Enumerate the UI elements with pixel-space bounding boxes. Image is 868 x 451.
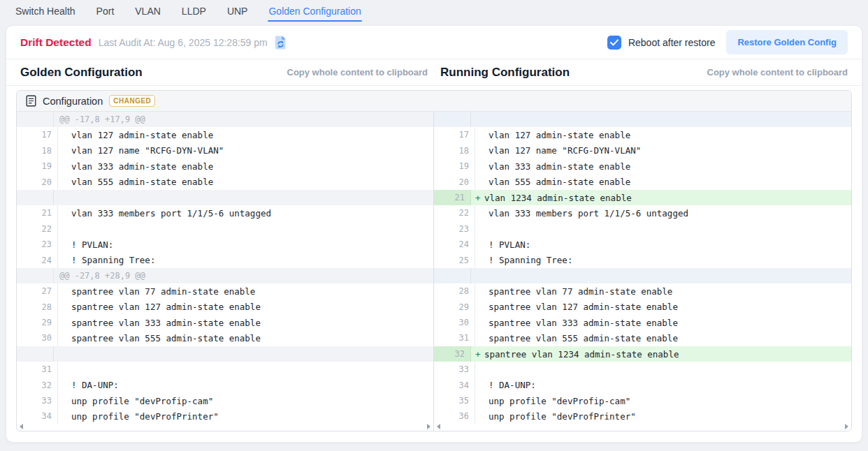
diff-row-hunk: @@ -27,8 +28,9 @@ <box>17 268 433 283</box>
code-line <box>471 112 851 127</box>
tab-port[interactable]: Port <box>96 4 115 24</box>
line-number: 32 <box>21 378 58 393</box>
diff-row-code: 35unp profile "devProfip-cam" <box>434 393 851 408</box>
code-line: ! Spanning Tree: <box>58 255 433 265</box>
code-line: +vlan 1234 admin-state enable <box>471 190 851 205</box>
running-column-header: Running Configuration Copy whole content… <box>440 66 848 80</box>
code-line: vlan 127 name "RCFG-DYN-VLAN" <box>58 145 433 156</box>
code-text: vlan 555 admin-state enable <box>71 177 213 187</box>
line-number <box>17 268 54 283</box>
diff-left-pane[interactable]: @@ -17,8 +17,9 @@17vlan 127 admin-state … <box>17 112 434 431</box>
code-line <box>54 346 433 362</box>
tab-vlan[interactable]: VLAN <box>134 4 161 24</box>
code-line: vlan 333 members port 1/1/5-6 untagged <box>475 208 851 219</box>
hunk-header-text: @@ -27,8 +28,9 @@ <box>54 268 433 283</box>
drift-status: Drift Detected <box>20 36 92 49</box>
diff-row-code: 24! PVLAN: <box>434 237 851 252</box>
diff-row-placeholder <box>434 112 851 127</box>
tab-lldp[interactable]: LLDP <box>181 4 207 24</box>
code-line: vlan 555 admin-state enable <box>475 177 851 187</box>
diff-row-code: 19vlan 333 admin-state enable <box>434 158 851 174</box>
code-text: ! Spanning Tree: <box>71 255 155 265</box>
diff-row-code: 17vlan 127 admin-state enable <box>17 127 433 142</box>
code-line: spantree vlan 555 admin-state enable <box>58 333 433 343</box>
code-text: unp profile "devProfip-cam" <box>489 396 630 406</box>
code-line: ! DA-UNP: <box>58 380 433 390</box>
diff-row-code: 29spantree vlan 127 admin-state enable <box>434 300 851 315</box>
diff-row-code: 22 <box>17 221 433 237</box>
diff-prefix: + <box>475 193 484 203</box>
line-number: 22 <box>21 221 58 237</box>
configuration-panel-title: Configuration <box>43 96 103 107</box>
diff-row-code: 18vlan 127 name "RCFG-DYN-VLAN" <box>17 143 433 158</box>
line-number: 29 <box>21 315 58 330</box>
scroll-left-arrow[interactable] <box>20 424 23 429</box>
reboot-after-restore-checkbox[interactable] <box>607 36 621 50</box>
line-number <box>434 112 471 127</box>
code-text: spantree vlan 555 admin-state enable <box>489 333 678 343</box>
code-text: vlan 333 admin-state enable <box>489 161 630 172</box>
code-line: vlan 127 name "RCFG-DYN-VLAN" <box>475 145 851 156</box>
tab-unp[interactable]: UNP <box>226 4 249 24</box>
code-text: vlan 333 admin-state enable <box>71 161 213 172</box>
copy-running-content-link[interactable]: Copy whole content to clipboard <box>707 67 848 77</box>
line-number: 23 <box>438 221 475 237</box>
code-line <box>471 268 851 283</box>
line-number <box>17 190 54 205</box>
hunk-header-text: @@ -17,8 +17,9 @@ <box>54 112 433 127</box>
code-text: spantree vlan 127 admin-state enable <box>489 302 678 312</box>
line-number: 27 <box>21 283 58 299</box>
diff-row-code: 25! Spanning Tree: <box>434 253 851 268</box>
code-text: vlan 127 name "RCFG-DYN-VLAN" <box>489 145 641 156</box>
code-line: unp profile "devProfip-cam" <box>58 396 433 406</box>
code-text: vlan 1234 admin-state enable <box>484 193 632 203</box>
tab-bar: Switch HealthPortVLANLLDPUNPGolden Confi… <box>0 0 868 25</box>
diff-row-code: 20vlan 555 admin-state enable <box>434 175 851 190</box>
code-text: ! PVLAN: <box>71 239 113 250</box>
code-text: spantree vlan 333 admin-state enable <box>71 318 261 328</box>
audit-sync-file-icon[interactable] <box>273 35 288 50</box>
code-text: vlan 555 admin-state enable <box>489 177 630 187</box>
code-line: unp profile "devProfPrinter" <box>475 411 851 422</box>
restore-golden-config-button[interactable]: Restore Golden Config <box>726 30 848 54</box>
code-line: ! Spanning Tree: <box>475 255 851 265</box>
line-number: 25 <box>438 253 475 268</box>
code-text: unp profile "devProfPrinter" <box>489 411 636 422</box>
tab-switch-health[interactable]: Switch Health <box>15 4 76 24</box>
diff-row-hunk: @@ -17,8 +17,9 @@ <box>17 112 433 127</box>
code-text: vlan 127 name "RCFG-DYN-VLAN" <box>71 145 224 156</box>
diff-row-code: 28spantree vlan 127 admin-state enable <box>17 300 433 315</box>
scroll-right-arrow[interactable] <box>845 424 848 429</box>
diff-row-code: 31 <box>17 362 433 377</box>
diff-row-code: 27spantree vlan 77 admin-state enable <box>17 283 433 299</box>
code-line: spantree vlan 127 admin-state enable <box>58 302 433 312</box>
scroll-right-arrow[interactable] <box>427 424 431 429</box>
diff-right-pane[interactable]: 17vlan 127 admin-state enable18vlan 127 … <box>434 112 851 431</box>
code-line: spantree vlan 333 admin-state enable <box>58 318 433 328</box>
code-line: spantree vlan 77 admin-state enable <box>475 286 851 297</box>
line-number: 34 <box>21 408 58 424</box>
code-text: ! Spanning Tree: <box>489 255 572 265</box>
line-number: 30 <box>21 330 58 346</box>
diff-row-code: 20vlan 555 admin-state enable <box>17 175 433 190</box>
line-number: 28 <box>438 283 475 299</box>
diff-row-code: 32! DA-UNP: <box>17 378 433 393</box>
code-line: vlan 127 admin-state enable <box>475 130 851 140</box>
diff-view: @@ -17,8 +17,9 @@17vlan 127 admin-state … <box>17 112 851 431</box>
code-line: unp profile "devProfPrinter" <box>58 411 433 422</box>
code-line: vlan 333 admin-state enable <box>475 161 851 172</box>
tab-golden-configuration[interactable]: Golden Configuration <box>268 4 361 24</box>
scroll-left-arrow[interactable] <box>437 424 440 429</box>
diff-row-placeholder <box>17 346 433 362</box>
code-text: vlan 127 admin-state enable <box>71 130 213 140</box>
line-number: 30 <box>438 315 475 330</box>
line-number: 21 <box>434 190 471 205</box>
code-line: vlan 555 admin-state enable <box>58 177 433 187</box>
golden-column-header: Golden Configuration Copy whole content … <box>20 66 428 80</box>
code-text: spantree vlan 1234 admin-state enable <box>484 349 679 360</box>
diff-prefix: + <box>475 349 484 360</box>
code-text: unp profile "devProfip-cam" <box>71 396 213 406</box>
diff-row-code: 17vlan 127 admin-state enable <box>434 127 851 142</box>
line-number: 28 <box>21 300 58 315</box>
copy-golden-content-link[interactable]: Copy whole content to clipboard <box>287 67 428 77</box>
